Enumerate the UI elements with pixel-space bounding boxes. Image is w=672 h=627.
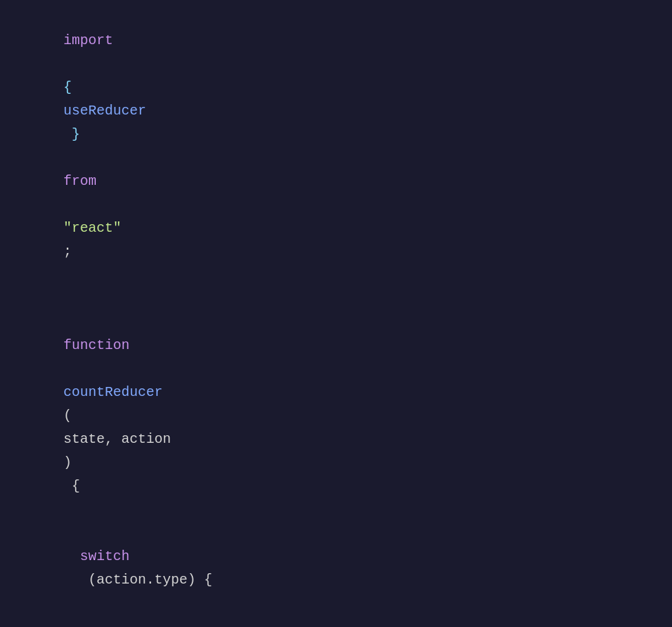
code-line-1: import { useReducer } from "react" ; <box>0 6 672 287</box>
code-editor: import { useReducer } from "react" ; fun… <box>0 0 672 627</box>
code-line-switch: switch (action.type) { <box>0 521 672 615</box>
keyword-import: import <box>63 32 113 48</box>
code-line-function: function countReducer ( state, action ) … <box>0 310 672 521</box>
code-line-case-increment: case "increment" : <box>0 615 672 627</box>
code-line-empty-1 <box>0 287 672 310</box>
